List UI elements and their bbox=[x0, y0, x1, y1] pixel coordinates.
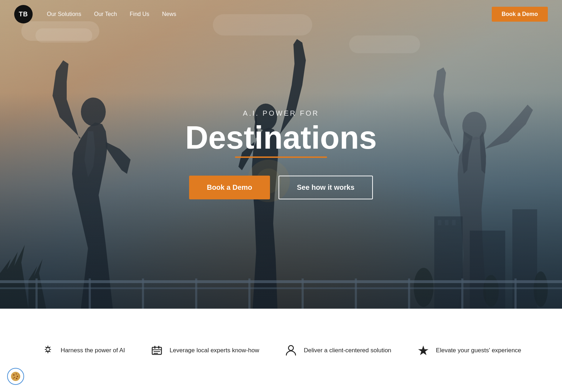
logo[interactable]: TB bbox=[14, 5, 33, 23]
ai-icon bbox=[41, 343, 55, 358]
svg-point-39 bbox=[16, 378, 17, 379]
svg-point-38 bbox=[14, 377, 15, 378]
svg-point-35 bbox=[13, 374, 15, 376]
svg-rect-30 bbox=[158, 346, 159, 349]
svg-point-36 bbox=[16, 374, 17, 375]
svg-rect-17 bbox=[89, 278, 91, 309]
guests-icon bbox=[416, 343, 430, 358]
bottom-text-client: Deliver a client-centered solution bbox=[304, 347, 391, 354]
svg-rect-22 bbox=[355, 278, 357, 309]
svg-rect-19 bbox=[195, 278, 197, 309]
hero-section: TB Our Solutions Our Tech Find Us News B… bbox=[0, 0, 562, 309]
hero-see-how-button[interactable]: See how it works bbox=[279, 176, 373, 199]
svg-rect-31 bbox=[154, 351, 160, 352]
bottom-text-experts: Leverage local experts know-how bbox=[170, 347, 259, 354]
client-icon bbox=[284, 343, 298, 358]
nav-item-news[interactable]: News bbox=[162, 11, 176, 17]
experts-icon bbox=[150, 343, 164, 358]
navbar-book-demo-button[interactable]: Book a Demo bbox=[492, 7, 548, 22]
svg-rect-29 bbox=[154, 346, 155, 349]
navbar-left: TB Our Solutions Our Tech Find Us News bbox=[14, 5, 176, 23]
svg-rect-28 bbox=[152, 349, 161, 350]
nav-item-solutions[interactable]: Our Solutions bbox=[47, 11, 81, 17]
svg-rect-14 bbox=[0, 280, 562, 283]
svg-point-33 bbox=[288, 346, 293, 350]
svg-point-26 bbox=[46, 348, 49, 351]
bottom-item-client: Deliver a client-centered solution bbox=[284, 343, 391, 358]
navbar: TB Our Solutions Our Tech Find Us News B… bbox=[0, 0, 562, 28]
svg-rect-20 bbox=[248, 278, 250, 309]
nav-link-news[interactable]: News bbox=[162, 11, 176, 17]
logo-text: TB bbox=[19, 11, 28, 18]
cookie-consent-button[interactable] bbox=[7, 368, 24, 385]
svg-rect-25 bbox=[514, 278, 517, 309]
hero-title: Destinations bbox=[185, 122, 377, 154]
svg-rect-21 bbox=[302, 278, 304, 309]
svg-rect-32 bbox=[154, 353, 158, 354]
svg-point-34 bbox=[11, 372, 20, 381]
nav-link-tech[interactable]: Our Tech bbox=[94, 11, 117, 17]
hero-buttons: Book a Demo See how it works bbox=[185, 176, 377, 199]
bottom-item-experts: Leverage local experts know-how bbox=[150, 343, 259, 358]
svg-rect-15 bbox=[0, 287, 562, 289]
nav-links: Our Solutions Our Tech Find Us News bbox=[47, 11, 176, 17]
svg-rect-24 bbox=[461, 278, 463, 309]
hero-title-underline bbox=[235, 156, 327, 158]
bottom-item-ai: Harness the power of AI bbox=[41, 343, 125, 358]
nav-link-solutions[interactable]: Our Solutions bbox=[47, 11, 81, 17]
nav-item-findus[interactable]: Find Us bbox=[130, 11, 149, 17]
nav-item-tech[interactable]: Our Tech bbox=[94, 11, 117, 17]
svg-rect-16 bbox=[35, 278, 38, 309]
bottom-bar: Harness the power of AI Leverage local e… bbox=[0, 309, 562, 392]
bottom-item-guests: Elevate your guests' experience bbox=[416, 343, 521, 358]
nav-link-findus[interactable]: Find Us bbox=[130, 11, 149, 17]
hero-content: A.I. POWER FOR Destinations Book a Demo … bbox=[185, 109, 377, 199]
hero-book-demo-button[interactable]: Book a Demo bbox=[189, 176, 270, 199]
fence-railing bbox=[0, 266, 562, 309]
svg-rect-18 bbox=[142, 278, 144, 309]
svg-point-40 bbox=[13, 378, 14, 379]
hero-eyebrow: A.I. POWER FOR bbox=[185, 109, 377, 117]
bottom-text-ai: Harness the power of AI bbox=[61, 347, 125, 354]
bottom-text-guests: Elevate your guests' experience bbox=[436, 347, 521, 354]
svg-rect-23 bbox=[408, 278, 410, 309]
svg-point-37 bbox=[17, 376, 18, 377]
